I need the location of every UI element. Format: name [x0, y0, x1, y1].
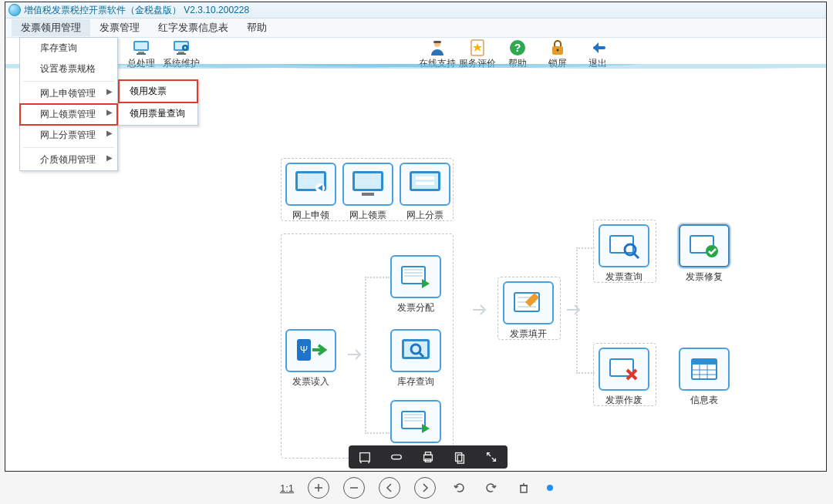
- dropdown-item-online-receive[interactable]: 网上领票管理 ▶: [20, 104, 117, 125]
- blackbar-copy-icon[interactable]: [450, 448, 469, 466]
- node-online-apply[interactable]: 网上申领: [285, 163, 337, 222]
- titlebar: 增值税发票税控开票软件（金税盘版） V2.3.10.200228: [5, 2, 826, 18]
- menu-invoice-manage[interactable]: 发票管理: [90, 19, 149, 36]
- svg-rect-26: [416, 176, 434, 180]
- node-stock-query[interactable]: 库存查询: [390, 329, 442, 388]
- node-invoice-distribute[interactable]: 发票分配: [390, 255, 442, 314]
- viewer-next-icon[interactable]: [414, 477, 436, 499]
- node-label: 信息表: [678, 394, 730, 407]
- menu-red-invoice[interactable]: 红字发票信息表: [149, 19, 238, 36]
- dropdown-item-roll-spec[interactable]: 设置卷票规格: [20, 59, 117, 79]
- app-icon: [8, 4, 21, 16]
- chevron-right-icon: ▶: [106, 153, 113, 162]
- svg-rect-8: [178, 52, 184, 53]
- submenu-item-receive-invoice[interactable]: 领用发票: [119, 80, 197, 102]
- lock-icon: [548, 39, 568, 57]
- monitor-icon: [131, 39, 151, 57]
- node-label: 库存查询: [390, 375, 442, 388]
- support-person-icon: [427, 39, 447, 57]
- node-invoice-void[interactable]: 发票作废: [598, 348, 650, 407]
- help-icon: ?: [508, 39, 528, 57]
- dropdown-item-media-receive[interactable]: 介质领用管理 ▶: [20, 150, 117, 170]
- blackbar-fit-width-icon[interactable]: [356, 448, 374, 466]
- blackbar-print-icon[interactable]: [419, 448, 437, 466]
- viewer-ratio[interactable]: 1:1: [280, 482, 294, 494]
- svg-rect-25: [412, 173, 438, 189]
- svg-rect-23: [362, 193, 374, 196]
- node-invoice-read[interactable]: Ψ 发票读入: [285, 329, 337, 388]
- dropdown-separator: [23, 81, 114, 82]
- window-title: 增值税发票税控开票软件（金税盘版） V2.3.10.200228: [24, 4, 249, 17]
- node-info-table[interactable]: 信息表: [678, 348, 730, 407]
- node-label: 发票读入: [285, 375, 337, 388]
- svg-rect-48: [425, 452, 430, 455]
- flow-connector: [576, 247, 595, 374]
- dropdown-separator: [23, 147, 114, 148]
- node-label
: 发票作废: [598, 394, 650, 407]
- chevron-right-icon: ▶: [106, 108, 113, 116]
- flow-arrow-icon: [346, 346, 363, 363]
- blackbar-expand-icon[interactable]: [482, 448, 501, 466]
- svg-text:Ψ: Ψ: [300, 344, 308, 355]
- node-online-receive[interactable]: 网上领票: [342, 163, 394, 222]
- node-label: 发票修复: [678, 270, 730, 284]
- viewer-zoom-in-icon[interactable]: [308, 477, 329, 499]
- viewer-undo-icon[interactable]: [450, 479, 468, 497]
- dropdown-item-stock-query[interactable]: 库存查询: [20, 38, 117, 59]
- svg-rect-9: [177, 53, 186, 55]
- svg-rect-30: [402, 267, 425, 284]
- menu-invoice-receive[interactable]: 发票领用管理: [12, 19, 90, 36]
- svg-rect-50: [456, 453, 462, 462]
- node-label: 网上申领: [285, 209, 337, 222]
- blackbar-fit-page-icon[interactable]: [387, 448, 406, 466]
- chevron-right-icon: ▶: [106, 129, 113, 137]
- star-doc-icon: [467, 39, 487, 57]
- viewer-redo-icon[interactable]: [482, 479, 501, 497]
- dropdown-invoice-receive: 库存查询 设置卷票规格 网上申领管理 ▶ 网上领票管理 ▶ 网上分票管理 ▶ 介…: [19, 37, 118, 171]
- dropdown-item-online-distribute[interactable]: 网上分票管理 ▶: [20, 125, 117, 146]
- gear-monitor-icon: [171, 39, 191, 57]
- svg-rect-27: [416, 182, 434, 185]
- svg-text:?: ?: [514, 42, 521, 54]
- svg-rect-2: [138, 52, 144, 53]
- viewer-page-dot: [547, 485, 553, 491]
- flow-arrow-icon: [471, 301, 488, 318]
- flow-connector: [365, 277, 390, 434]
- svg-rect-52: [521, 486, 527, 492]
- svg-line-39: [634, 254, 639, 258]
- menubar: 发票领用管理 发票管理 红字发票信息表 帮助: [5, 18, 826, 38]
- svg-rect-11: [433, 41, 441, 43]
- node-invoice-query[interactable]: 发票查询: [598, 224, 650, 284]
- submenu-online-receive: 领用发票 领用票量查询: [118, 79, 198, 126]
- dropdown-item-online-apply[interactable]: 网上申领管理 ▶: [20, 83, 117, 104]
- svg-rect-3: [137, 53, 146, 55]
- node-label: 网上领票: [342, 209, 394, 222]
- node-label: 网上分票: [399, 209, 451, 222]
- toolbar: 总处理 系统维护 在线支持 服务评价 ? 帮助: [5, 38, 826, 71]
- svg-point-7: [184, 46, 187, 49]
- node-invoice-repair[interactable]: 发票修复: [678, 224, 730, 284]
- node-invoice-fill[interactable]: 发票填开: [502, 281, 555, 341]
- chevron-right-icon: ▶: [106, 87, 113, 96]
- workflow-canvas: 网上申领 网上领票 网上分票 Ψ 发票读入 发票分配 库存查询 发票退回: [5, 70, 826, 471]
- svg-point-41: [706, 245, 718, 257]
- node-label: 发票填开: [502, 328, 555, 341]
- menu-help[interactable]: 帮助: [238, 19, 276, 36]
- viewer-zoom-out-icon[interactable]: [343, 477, 365, 499]
- node-label: 发票分配: [390, 301, 442, 314]
- svg-rect-44: [692, 359, 717, 365]
- svg-rect-51: [457, 455, 464, 463]
- svg-rect-35: [402, 412, 425, 428]
- viewer-prev-icon[interactable]: [379, 477, 400, 499]
- node-label: 发票查询: [598, 270, 650, 284]
- svg-rect-1: [135, 42, 147, 49]
- exit-arrow-icon: [588, 39, 608, 57]
- svg-rect-45: [359, 453, 369, 462]
- viewer-black-toolbar: [349, 445, 508, 469]
- node-online-distribute[interactable]: 网上分票: [399, 163, 451, 222]
- submenu-item-receive-quota-query[interactable]: 领用票量查询: [119, 102, 197, 125]
- viewer-delete-icon[interactable]: [514, 479, 533, 497]
- app-window: 增值税发票税控开票软件（金税盘版） V2.3.10.200228 发票领用管理 …: [5, 2, 827, 472]
- svg-rect-22: [355, 173, 381, 189]
- viewer-controls: 1:1: [0, 475, 833, 501]
